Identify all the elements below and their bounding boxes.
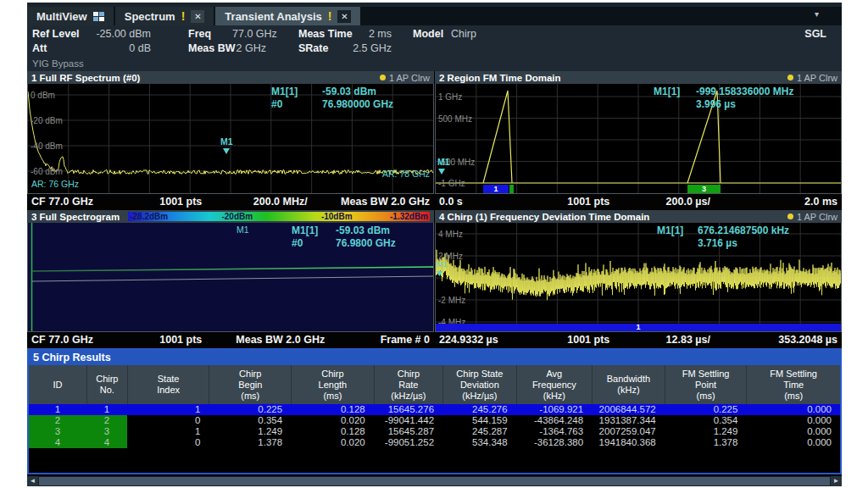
horizontal-scrollbar[interactable]: ◄ ► (27, 476, 842, 486)
region-marker-1[interactable]: 1 (436, 324, 841, 331)
info-cell: 200.0 µs/ (638, 196, 738, 208)
colorbar-label: -28.2dBm (130, 212, 168, 221)
setting-value[interactable]: 77.0 GHz (232, 28, 266, 40)
marker-value: -59.03 dBm (322, 86, 431, 97)
marker-annotation: M1 (437, 157, 450, 167)
panel2-trace-label: 1 AP Clrw (787, 73, 837, 83)
y-axis-label: 2 MHz (438, 252, 463, 261)
panel4-trace-label: 1 AP Clrw (787, 212, 837, 222)
y-axis-label: -2 MHz (438, 296, 465, 305)
info-cell: 1001 pts (131, 334, 231, 346)
scroll-right-arrow[interactable]: ► (831, 476, 842, 486)
panel4-chart[interactable]: 4 MHz2 MHz-2 MHz-4 MHzM1[1]676.214687500… (435, 223, 842, 332)
info-cell: Frame # 0 (331, 334, 431, 346)
table-row[interactable]: 3311.2490.12815645.287245.287-1364.76320… (29, 426, 840, 437)
column-header[interactable]: State Index (127, 365, 209, 404)
table-cell: 2006844.572 (592, 404, 665, 415)
table-row[interactable]: 1110.2250.12815645.276245.276-1069.92120… (29, 404, 840, 415)
y-axis-label: -60 dBm (31, 167, 63, 176)
panel1-chart[interactable]: 0 dBm-20 dBm-40 dBm-60 dBmM1[1]-59.03 dB… (27, 84, 434, 194)
scroll-left-arrow[interactable]: ◄ (27, 476, 38, 486)
column-header[interactable]: ID (29, 365, 86, 404)
marker-name: M1[1] (271, 86, 322, 97)
table-cell: 0.354 (209, 415, 291, 426)
setting-value[interactable]: 2.5 GHz (342, 42, 392, 54)
setting-value[interactable]: 2 ms (358, 28, 392, 40)
tab-spectrum[interactable]: Spectrum!✕ (115, 7, 214, 25)
table-cell: 2 (86, 415, 127, 426)
column-header[interactable]: Avg Frequency (kHz) (516, 365, 592, 404)
table-cell: 245.276 (442, 404, 516, 415)
table-row[interactable]: 2200.3540.020-99041.442544.159-43864.248… (29, 415, 840, 426)
panel3-axis-info-bar: CF 77.0 GHz1001 ptsMeas BW 2.0 GHzFrame … (27, 332, 434, 347)
info-cell: 12.83 µs/ (638, 334, 738, 346)
yig-bypass-label: YIG Bypass (32, 58, 84, 69)
column-header[interactable]: Chirp Rate (kHz/µs) (374, 365, 442, 404)
panel-region-fm-time-domain[interactable]: 2 Region FM Time Domain 1 AP Clrw 1 GHz5… (435, 71, 842, 209)
marker-value: -999.158336000 MHz (696, 86, 838, 97)
column-header[interactable]: Chirp Begin (ms) (209, 365, 291, 404)
marker-value: 3.716 µs (698, 237, 838, 249)
close-icon[interactable]: ✕ (191, 10, 204, 23)
info-cell: 2.0 ms (738, 196, 838, 208)
table-cell: 3 (29, 426, 86, 437)
setting-label: SRate (298, 42, 328, 54)
table-cell: 2 (29, 415, 86, 426)
table-cell: 544.159 (442, 415, 516, 426)
table-cell: 3 (86, 426, 127, 437)
panel-full-spectrogram[interactable]: 3 Full Spectrogram -28.2dBm-20dBm-10dBm-… (27, 210, 434, 347)
info-cell: 1001 pts (131, 196, 231, 208)
close-icon[interactable]: ✕ (337, 10, 351, 23)
panel2-chart[interactable]: 1 GHz500 MHz-500 MHz-1 GHzM1[1]-999.1583… (435, 84, 842, 194)
panel-chirp-results[interactable]: 5 Chirp Results IDChirp No.State IndexCh… (27, 348, 842, 474)
spectrogram-colorbar: -28.2dBm-20dBm-10dBm-1.32dBm (128, 212, 430, 221)
y-axis-label: -40 dBm (31, 141, 63, 151)
column-header[interactable]: Chirp No. (86, 365, 127, 404)
setting-value[interactable]: 2 GHz (232, 42, 266, 54)
table-row[interactable]: 4401.3780.020-99051.252534.348-36128.380… (29, 437, 840, 448)
table-cell: 0 (127, 415, 209, 426)
tab-label: MultiView (36, 10, 87, 23)
column-header[interactable]: Chirp State Deviation (kHz/µs) (442, 365, 516, 404)
table-cell: 2007259.047 (592, 426, 665, 437)
setting-value[interactable]: Chirp (451, 28, 502, 40)
panel-chirp-frequency-deviation[interactable]: 4 Chirp (1) Frequency Deviation Time Dom… (435, 210, 842, 347)
table-cell: 1941840.368 (592, 437, 665, 448)
panel-full-rf-spectrum[interactable]: 1 Full RF Spectrum (#0) 1 AP Clrw 0 dBm-… (27, 71, 434, 209)
scroll-thumb[interactable] (39, 477, 830, 485)
panel3-chart[interactable]: M1[1]-59.03 dBm#076.9800 GHzM1 (27, 223, 434, 332)
panel3-header[interactable]: 3 Full Spectrogram -28.2dBm-20dBm-10dBm-… (27, 210, 434, 223)
table-cell: 4 (86, 437, 127, 448)
table-cell: 0.000 (746, 404, 840, 415)
column-header[interactable]: FM Settling Time (ms) (746, 365, 840, 404)
table-cell: 0.020 (291, 437, 374, 448)
marker-name: M1[1] (292, 225, 336, 236)
column-header[interactable]: Chirp Length (ms) (291, 365, 374, 404)
tab-multiview[interactable]: MultiView (27, 7, 114, 25)
warning-icon: ! (181, 9, 186, 23)
region-marker-3[interactable]: 3 (687, 185, 721, 193)
y-axis-label: -20 dBm (31, 116, 63, 125)
setting-value[interactable]: 0 dB (78, 42, 151, 54)
region-marker-1[interactable]: 1 (483, 185, 509, 193)
table-cell: 15645.287 (374, 426, 442, 437)
panel2-header[interactable]: 2 Region FM Time Domain 1 AP Clrw (435, 71, 842, 84)
application-window: MultiViewSpectrum!✕Transient Analysis!✕ … (0, 0, 868, 488)
setting-label: Model (413, 28, 443, 40)
table-cell: 1 (29, 404, 86, 415)
panel4-header[interactable]: 4 Chirp (1) Frequency Deviation Time Dom… (435, 210, 842, 223)
panel1-header[interactable]: 1 Full RF Spectrum (#0) 1 AP Clrw (27, 71, 434, 84)
column-header[interactable]: Bandwidth (kHz) (592, 365, 665, 404)
results-title-bar[interactable]: 5 Chirp Results (29, 350, 840, 365)
table-cell: 1 (127, 426, 209, 437)
results-table-header: IDChirp No.State IndexChirp Begin (ms)Ch… (29, 365, 840, 404)
tab-overflow-caret-icon[interactable]: ▾ (815, 9, 819, 19)
column-header[interactable]: FM Settling Point (ms) (665, 365, 747, 404)
setting-value[interactable]: -25.00 dBm (78, 28, 151, 40)
tab-transient-analysis[interactable]: Transient Analysis!✕ (215, 7, 360, 25)
colorbar-label: -1.32dBm (390, 212, 428, 221)
marker-name: M1[1] (657, 225, 698, 236)
trace-active-dot-icon (380, 75, 386, 80)
panel3-title: 3 Full Spectrogram (31, 212, 120, 222)
marker-annotation: AR: 76 GHz (31, 179, 79, 189)
